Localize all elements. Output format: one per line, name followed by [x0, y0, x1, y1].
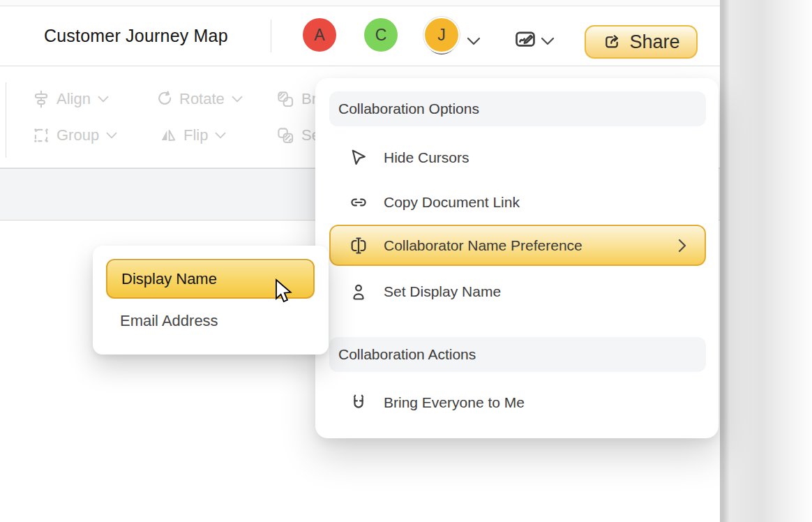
menu-item-label: Collaborator Name Preference — [384, 237, 582, 254]
group-icon — [32, 126, 50, 144]
menu-item-set-display-name[interactable]: Set Display Name — [329, 271, 706, 312]
avatar-chevron-down-icon[interactable] — [466, 36, 481, 49]
person-icon — [349, 282, 368, 301]
cursor-icon — [349, 148, 368, 167]
toolbar-button-label: Br — [301, 90, 317, 108]
rename-icon — [349, 236, 368, 255]
link-icon — [349, 193, 368, 212]
align-icon — [32, 90, 50, 108]
rotate-button[interactable]: Rotate — [155, 87, 243, 112]
send-backward-button[interactable]: Se — [276, 123, 320, 148]
avatar-j-active[interactable]: J — [425, 18, 458, 52]
menu-item-label: Copy Document Link — [384, 194, 520, 211]
collaboration-menu: Collaboration Options Hide Cursors Copy … — [315, 78, 719, 438]
avatar-initial: C — [375, 26, 387, 45]
menu-item-label: Bring Everyone to Me — [384, 394, 525, 411]
chevron-down-icon — [231, 95, 243, 103]
chevron-down-icon — [105, 131, 118, 140]
group-button[interactable]: Group — [32, 123, 118, 148]
menu-item-label: Hide Cursors — [384, 149, 469, 166]
header-divider — [271, 20, 271, 52]
menu-item-bring-everyone-to-me[interactable]: Bring Everyone to Me — [329, 382, 706, 423]
window-top-strip — [0, 0, 720, 6]
magnet-icon — [349, 393, 368, 412]
flip-icon — [159, 126, 177, 144]
share-button-label: Share — [629, 31, 679, 53]
menu-item-collaborator-name-preference[interactable]: Collaborator Name Preference — [329, 225, 706, 266]
header-bar: Customer Journey Map A C J — [0, 6, 720, 66]
chevron-down-icon — [214, 131, 227, 140]
toolbar-divider — [6, 82, 6, 158]
rotate-icon — [155, 90, 173, 108]
whiteboard-icon[interactable] — [513, 27, 538, 54]
bring-forward-button[interactable]: Br — [276, 87, 317, 112]
menu-item-hide-cursors[interactable]: Hide Cursors — [329, 137, 706, 178]
menu-item-copy-document-link[interactable]: Copy Document Link — [329, 182, 706, 223]
flip-button[interactable]: Flip — [159, 123, 227, 148]
toolbar-button-label: Flip — [183, 126, 208, 144]
submenu-item-label: Email Address — [120, 312, 218, 329]
avatar-c[interactable]: C — [364, 18, 398, 52]
avatar-initial: J — [437, 26, 446, 45]
chevron-down-icon — [97, 95, 110, 103]
menu-section-header: Collaboration Options — [329, 91, 706, 126]
board-menu-chevron-down-icon[interactable] — [540, 36, 555, 49]
toolbar-button-label: Align — [57, 90, 91, 108]
share-icon — [602, 32, 622, 52]
toolbar-button-label: Group — [57, 126, 99, 144]
share-button[interactable]: Share — [585, 25, 698, 59]
submenu-item-label: Display Name — [121, 270, 217, 288]
toolbar-button-label: Rotate — [179, 90, 225, 108]
document-title: Customer Journey Map — [44, 6, 228, 66]
menu-item-label: Set Display Name — [384, 283, 501, 300]
outside-background — [720, 0, 812, 522]
menu-section-header: Collaboration Actions — [329, 337, 706, 372]
mouse-cursor — [274, 278, 295, 309]
bring-forward-icon — [276, 90, 295, 109]
avatar-a[interactable]: A — [303, 18, 336, 52]
align-button[interactable]: Align — [32, 87, 110, 112]
chevron-right-icon — [677, 238, 688, 253]
avatar-initial: A — [314, 26, 324, 45]
submenu-item-email-address[interactable]: Email Address — [120, 306, 218, 336]
send-backward-icon — [276, 126, 295, 145]
